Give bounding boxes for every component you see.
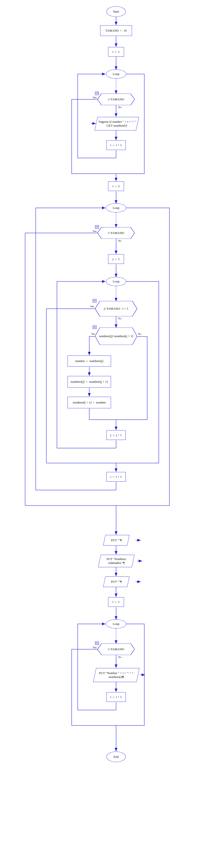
swap-assign-2-label: nombres[j + 1] ← nombre [73, 401, 106, 404]
assign-i-2: i ← 2 [108, 181, 124, 191]
inc-j: j ← j + 1 [107, 430, 126, 440]
yes-label: Yes [93, 229, 96, 232]
loop-3-label: Loop [113, 280, 119, 283]
decision-i-gt-tamano-2: i>TAMANO [97, 227, 135, 239]
collapse-tag-icon [95, 92, 99, 95]
start-terminator: Start [107, 6, 126, 17]
decision-d3-label: j>TAMANO - i + 1 [100, 307, 132, 311]
output-blank-1-label: PUT ""¶ [111, 538, 122, 542]
yes-label: Yes [93, 646, 96, 649]
collapse-tag-icon [95, 225, 99, 229]
decision-swap-needed: nombres[j]>nombres[j + 1] [95, 328, 137, 345]
output-nombre-i: PUT "Nombre " + i + ": " + nombres[i]¶ [93, 668, 140, 682]
swap-temp-label: nombre ← nombres[j] [75, 359, 103, 363]
loop-1: Loop [106, 69, 126, 79]
yes-label: Yes [90, 305, 94, 308]
inc-i-1: i ← i + 1 [107, 141, 126, 150]
assign-j-1: j ← 1 [108, 254, 124, 264]
assign-tamano: TAMANO ← 10 [100, 25, 132, 36]
decision-d4-label: nombres[j]>nombres[j + 1] [95, 334, 137, 338]
loop-3: Loop [106, 277, 126, 286]
no-label: No [118, 317, 121, 320]
swap-assign-1: nombres[j] ← nombres[j + 1] [67, 376, 111, 388]
loop-4-label: Loop [113, 622, 119, 626]
output-nombre-i-label: PUT "Nombre " + i + ": " + nombres[i]¶ [95, 671, 138, 679]
inc-i-2: i ← i + 1 [107, 472, 126, 482]
inc-i-1-label: i ← i + 1 [110, 143, 122, 147]
decision-d2-label: i>TAMANO [104, 231, 128, 235]
no-label: No [118, 239, 121, 242]
decision-i-gt-tamano-3: i>TAMANO [97, 644, 135, 655]
collapse-tag-icon [93, 326, 96, 329]
loop-2: Loop [106, 203, 126, 213]
assign-i-1: i ← 1 [108, 47, 124, 57]
assign-j-1-label: j ← 1 [113, 257, 120, 261]
inc-j-label: j ← j + 1 [110, 433, 122, 437]
loop-2-label: Loop [113, 206, 119, 210]
start-label: Start [113, 10, 119, 13]
assign-i-1b: i ← 1 [108, 597, 124, 607]
decision-d1-label: i>TAMANO [104, 97, 128, 101]
loop-1-label: Loop [113, 72, 119, 76]
assign-i-1b-label: i ← 1 [113, 600, 120, 604]
swap-temp: nombre ← nombres[j] [67, 355, 111, 367]
output-blank-2-label: PUT ""¶ [111, 580, 122, 584]
end-terminator: End [107, 751, 126, 762]
assign-i-1-label: i ← 1 [113, 50, 120, 54]
collapse-tag-icon [95, 642, 99, 645]
yes-label: Yes [91, 332, 95, 335]
no-label: No [118, 106, 121, 108]
output-header-label: PUT "Nombres ordenados:"¶ [100, 557, 133, 565]
io-line1: "Ingrese el nombre " + i + ": " [98, 120, 136, 123]
output-blank-2: PUT ""¶ [103, 577, 129, 587]
swap-assign-1-label: nombres[j] ← nombres[j + 1] [71, 380, 108, 384]
inc-i-2-label: i ← i + 1 [110, 475, 122, 479]
output-header: PUT "Nombres ordenados:"¶ [98, 555, 135, 567]
assign-tamano-label: TAMANO ← 10 [106, 29, 127, 33]
loop-4: Loop [106, 619, 126, 628]
decision-d5-label: i>TAMANO [104, 647, 128, 651]
collapse-tag-icon [93, 299, 96, 303]
decision-i-gt-tamano-1: i>TAMANO [97, 94, 135, 105]
end-label: End [114, 755, 119, 759]
assign-i-2-label: i ← 2 [113, 184, 120, 188]
io-line2: GET nombres[i] [107, 124, 127, 127]
output-blank-1: PUT ""¶ [103, 535, 129, 546]
no-label: No [118, 655, 121, 658]
io-get-nombre: "Ingrese el nombre " + i + ": "GET nombr… [95, 117, 139, 130]
yes-label: Yes [93, 96, 96, 99]
inc-i-3: i ← i + 1 [107, 692, 126, 702]
inc-i-3-label: i ← i + 1 [110, 695, 122, 699]
swap-assign-2: nombres[j + 1] ← nombre [67, 397, 111, 408]
decision-j-gt-tamano-i: j>TAMANO - i + 1 [95, 301, 137, 316]
no-label: No [138, 332, 141, 335]
